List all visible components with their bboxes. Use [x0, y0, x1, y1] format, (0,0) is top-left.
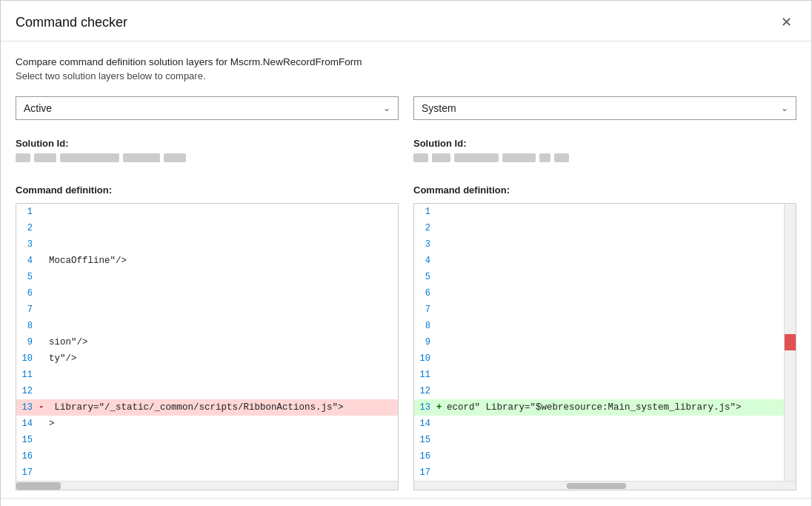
right-dropdown-value: System [422, 102, 456, 114]
right-line-10: 10 [414, 350, 784, 367]
minimap-diff-red [785, 334, 796, 350]
right-line-15: 15 [414, 432, 784, 448]
right-id-block-6 [554, 153, 569, 162]
solution-ids-row: Solution Id: Solution Id: [16, 138, 796, 174]
dialog-footer: Back [1, 498, 811, 506]
right-scrollbar-thumb [567, 483, 626, 489]
right-line-4: 4 [414, 253, 784, 269]
right-cmd-label-col: Command definition: [413, 182, 796, 200]
left-line-10: 10 ty"/> [16, 350, 398, 367]
right-line-17: 17 [414, 465, 784, 481]
dropdowns-row: Active ⌄ System ⌄ [16, 96, 796, 130]
dialog-header: Command checker ✕ [1, 1, 811, 41]
left-code-area[interactable]: 1 2 3 4 [16, 204, 398, 481]
left-solution-id-value [16, 153, 399, 162]
right-solution-id-value [413, 153, 796, 162]
right-code-area[interactable]: 1 2 3 [414, 204, 784, 481]
minimap-top [785, 204, 796, 334]
left-chevron-icon: ⌄ [383, 103, 390, 113]
right-code-panel: 1 2 3 [413, 203, 796, 490]
right-layer-dropdown[interactable]: System ⌄ [413, 96, 796, 120]
right-line-6: 6 [414, 285, 784, 302]
minimap-bottom [785, 350, 796, 481]
right-chevron-icon: ⌄ [781, 103, 788, 113]
left-id-block-5 [164, 153, 186, 162]
dialog-title: Command checker [16, 15, 127, 30]
right-line-7: 7 [414, 302, 784, 318]
right-line-11: 11 [414, 367, 784, 383]
right-id-block-5 [539, 153, 550, 162]
code-panels-row: 1 2 3 4 [16, 203, 796, 490]
right-solution-id-label: Solution Id: [413, 138, 796, 149]
left-solution-col: Solution Id: [16, 138, 399, 174]
left-id-block-1 [16, 153, 30, 162]
left-line-12: 12 [16, 383, 398, 399]
right-line-14: 14 [414, 416, 784, 432]
left-id-block-4 [123, 153, 160, 162]
left-cmd-label-col: Command definition: [16, 182, 399, 200]
left-dropdown-value: Active [24, 102, 52, 114]
left-line-15: 15 [16, 432, 398, 448]
close-button[interactable]: ✕ [776, 13, 796, 32]
left-line-5: 5 [16, 269, 398, 285]
right-line-8: 8 [414, 318, 784, 334]
right-id-block-1 [413, 153, 428, 162]
right-cmd-label: Command definition: [413, 182, 796, 200]
right-id-block-2 [432, 153, 450, 162]
left-line-4: 4 MocaOffline"/> [16, 253, 398, 269]
left-cmd-label: Command definition: [16, 182, 399, 200]
right-id-block-4 [502, 153, 536, 162]
sub-description-text: Select two solution layers below to comp… [16, 70, 796, 81]
right-line-12: 12 [414, 383, 784, 399]
right-line-1: 1 [414, 204, 784, 220]
right-line-9: 9 [414, 334, 784, 350]
left-line-14: 14 > [16, 416, 398, 432]
left-line-17: 17 [16, 465, 398, 481]
right-line-5: 5 [414, 269, 784, 285]
left-line-13: 13 - Library="/_static/_common/scripts/R… [16, 399, 398, 416]
left-line-3: 3 [16, 236, 398, 253]
left-id-block-2 [34, 153, 56, 162]
right-dropdown-col: System ⌄ [413, 96, 796, 130]
right-line-2: 2 [414, 220, 784, 236]
right-code-wrapper: 1 2 3 [414, 204, 796, 481]
left-line-2: 2 [16, 220, 398, 236]
left-line-8: 8 [16, 318, 398, 334]
left-dropdown-col: Active ⌄ [16, 96, 399, 130]
left-scrollbar-thumb [16, 482, 61, 490]
left-line-1: 1 [16, 204, 398, 220]
left-line-7: 7 [16, 302, 398, 318]
right-solution-col: Solution Id: [413, 138, 796, 174]
left-code-panel: 1 2 3 4 [16, 203, 399, 490]
cmd-labels-row: Command definition: Command definition: [16, 182, 796, 200]
dialog-body: Compare command definition solution laye… [1, 41, 811, 498]
right-line-3: 3 [414, 236, 784, 253]
right-line-16: 16 [414, 448, 784, 465]
right-horizontal-scrollbar[interactable] [414, 481, 796, 490]
left-line-16: 16 [16, 448, 398, 465]
left-line-11: 11 [16, 367, 398, 383]
left-line-6: 6 [16, 285, 398, 302]
left-horizontal-scrollbar[interactable] [16, 481, 398, 490]
left-layer-dropdown[interactable]: Active ⌄ [16, 96, 399, 120]
left-id-block-3 [60, 153, 119, 162]
description-text: Compare command definition solution laye… [16, 56, 796, 67]
right-line-13: 13 + ecord" Library="$webresource:Main_s… [414, 399, 784, 416]
command-checker-dialog: Command checker ✕ Compare command defini… [0, 0, 812, 506]
left-line-9: 9 sion"/> [16, 334, 398, 350]
right-minimap [784, 204, 796, 481]
right-id-block-3 [454, 153, 499, 162]
left-solution-id-label: Solution Id: [16, 138, 399, 149]
